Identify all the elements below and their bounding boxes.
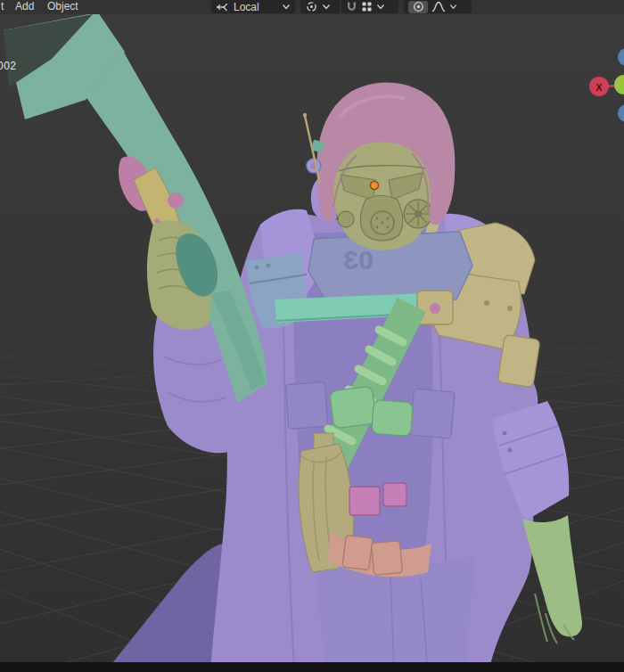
menu-object[interactable]: Object: [47, 0, 78, 13]
pauldron-rivet: [484, 300, 489, 306]
proportional-editing-toggle[interactable]: [408, 1, 428, 13]
bracer-rivet: [503, 431, 507, 436]
viewport-header: t Add Object Local: [0, 0, 624, 14]
pouch-green: [372, 400, 414, 437]
coat-pocket-right: [410, 389, 455, 438]
snap-magnet-icon[interactable]: [346, 1, 357, 12]
chevron-down-icon: [282, 3, 291, 11]
transform-orientation-dropdown[interactable]: Local: [211, 0, 295, 13]
belt-pouch: [371, 541, 402, 576]
chevron-down-icon: [376, 3, 385, 11]
snap-target-icon[interactable]: [361, 1, 373, 12]
pouch-pink: [383, 483, 406, 506]
chevron-down-icon: [322, 3, 331, 11]
mask-filter-left: [338, 211, 354, 227]
gun-knob: [168, 193, 184, 209]
arm-pouch: [497, 334, 540, 388]
object-name-label: 002: [0, 60, 17, 72]
origin-point: [371, 182, 379, 190]
menu-select-partial[interactable]: t: [1, 0, 4, 13]
viewport-3d[interactable]: 002: [0, 14, 624, 672]
transform-orientation-icon: [216, 2, 228, 12]
snap-dropdown[interactable]: [341, 0, 398, 13]
chevron-down-icon: [449, 3, 457, 11]
orientation-value: Local: [232, 1, 278, 13]
chest-plate-number: 03: [343, 245, 373, 275]
viewport-canvas[interactable]: 03: [0, 14, 624, 672]
proportional-editing-group[interactable]: [404, 0, 472, 13]
pivot-point-dropdown[interactable]: [300, 0, 340, 13]
pauldron-rivet: [507, 306, 513, 311]
status-bar-edge: [0, 662, 624, 672]
falloff-curve-icon[interactable]: [431, 1, 446, 12]
navigation-gizmo[interactable]: X: [589, 48, 624, 122]
pouch-pink: [349, 487, 380, 515]
gizmo-axis-y[interactable]: [614, 75, 624, 94]
pouch-green: [330, 386, 377, 429]
menu-add[interactable]: Add: [15, 0, 34, 13]
gizmo-x-label: X: [595, 82, 603, 93]
gizmo-axis-z[interactable]: [618, 48, 624, 66]
belt-pouch: [342, 535, 373, 570]
buckle-pin: [430, 303, 440, 314]
gizmo-axis-z-neg[interactable]: [618, 104, 624, 122]
antenna-tip: [303, 113, 307, 117]
pivot-point-icon: [305, 1, 318, 12]
proportional-editing-icon: [413, 1, 424, 12]
shoulder-rivet: [267, 264, 271, 268]
right-hand: [522, 515, 582, 636]
coat-pocket-left: [285, 382, 327, 430]
bracer-rivet: [508, 448, 513, 453]
shoulder-rivet: [255, 266, 259, 270]
